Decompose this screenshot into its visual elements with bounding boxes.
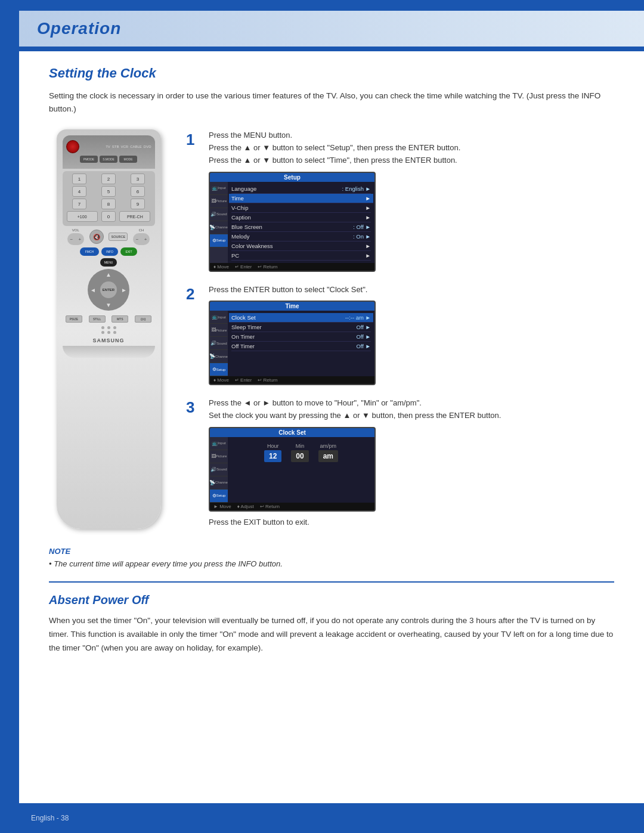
clock-min-value: 00 bbox=[291, 450, 308, 462]
remote-control: TV STB VCR CABLE DVD PMODE S.MODE MODE bbox=[57, 129, 161, 529]
remote-exit-btn[interactable]: EXIT bbox=[120, 247, 137, 256]
remote-numpad-row-4: +100 0 PRE-CH bbox=[65, 211, 153, 222]
clock-hour-value: 12 bbox=[264, 450, 281, 462]
remote-base bbox=[63, 346, 155, 358]
step-3-number: 3 bbox=[186, 400, 200, 415]
remote-btn-3[interactable]: 3 bbox=[131, 174, 145, 184]
note-section: NOTE • The current time will appear ever… bbox=[49, 547, 614, 570]
remote-fav-ch-btn[interactable]: FMCH bbox=[80, 247, 99, 256]
remote-btn-prech[interactable]: PRE-CH bbox=[119, 211, 150, 222]
remote-top-section: TV STB VCR CABLE DVD PMODE S.MODE MODE bbox=[63, 135, 155, 169]
remote-vol-rocker[interactable]: − + bbox=[67, 233, 84, 245]
remote-func-row-2: MENU bbox=[100, 258, 117, 267]
clockset-footer-adjust: ♦ Adjust bbox=[237, 504, 254, 509]
remote-dvd-label: DVD bbox=[144, 145, 151, 148]
step-1-text: Press the MENU button. Press the ▲ or ▼ … bbox=[209, 129, 614, 166]
remote-bottom-btns: PSIZE STILL MTS ((•)) bbox=[63, 315, 155, 323]
remote-pmode-btn[interactable]: PMODE bbox=[80, 156, 98, 163]
remote-func-row-1: FMCH INFO EXIT bbox=[80, 247, 137, 256]
remote-numpad: 1 2 3 4 5 6 7 8 9 bbox=[63, 171, 155, 226]
step-3-content: Press the ◄ or ► button to move to "Hour… bbox=[209, 397, 614, 528]
remote-dpad-down[interactable]: ▼ bbox=[106, 302, 112, 308]
remote-smode-btn[interactable]: S.MODE bbox=[100, 156, 117, 163]
setup-icons: 📺 Input 🖼 Picture 🔊 Sound 📡 Channel ⚙ Se… bbox=[210, 182, 228, 263]
remote-btn-9[interactable]: 9 bbox=[131, 199, 145, 209]
remote-power-button[interactable] bbox=[66, 140, 79, 153]
remote-dpad-circle: ▲ ▼ ◄ ► ENTER bbox=[88, 269, 129, 311]
setup-item-pc: PC► bbox=[231, 251, 371, 261]
remote-menu-btn[interactable]: MENU bbox=[100, 258, 117, 267]
bottom-bar: English - 38 bbox=[19, 803, 644, 833]
page-title: Operation bbox=[37, 19, 121, 38]
setup-footer-move: ♦ Move bbox=[213, 264, 229, 270]
remote-ch-rocker[interactable]: − + bbox=[133, 233, 150, 245]
absent-power-off-section: Absent Power Off When you set the timer … bbox=[49, 593, 614, 655]
remote-dot bbox=[107, 331, 110, 334]
remote-btn-plus100[interactable]: +100 bbox=[67, 211, 98, 222]
time-icons: 📺 Input 🖼 Picture 🔊 Sound 📡 Channel ⚙ Se… bbox=[210, 311, 228, 376]
remote-btn-7[interactable]: 7 bbox=[72, 199, 86, 209]
remote-still-btn[interactable]: STILL bbox=[89, 315, 106, 323]
clockset-icon-sound: 🔊 Sound bbox=[210, 463, 228, 476]
remote-numpad-row-2: 4 5 6 bbox=[65, 186, 153, 197]
remote-info-btn[interactable]: INFO bbox=[101, 247, 118, 256]
setup-item-melody: Melody: On ► bbox=[231, 232, 371, 241]
remote-btn-4[interactable]: 4 bbox=[72, 186, 86, 197]
remote-mts-btn[interactable]: MTS bbox=[112, 315, 128, 323]
remote-numpad-row-3: 7 8 9 bbox=[65, 199, 153, 209]
remote-nav-area: FMCH INFO EXIT MENU ▲ ▼ ◄ ► bbox=[63, 247, 155, 313]
remote-dpad-up[interactable]: ▲ bbox=[106, 271, 112, 278]
remote-srs-btn[interactable]: ((•)) bbox=[135, 315, 151, 323]
remote-dot bbox=[101, 326, 104, 329]
time-item-clockset: Clock Set--:-- am ► bbox=[229, 313, 373, 323]
time-footer-enter: ↵ Enter bbox=[235, 377, 252, 383]
remote-btn-5[interactable]: 5 bbox=[101, 186, 116, 197]
operation-header: Operation bbox=[19, 11, 644, 47]
time-footer-return: ↩ Return bbox=[258, 377, 277, 383]
time-item-sleep: Sleep TimerOff ► bbox=[231, 323, 371, 332]
tv-screen-time: Time 📺 Input 🖼 Picture 🔊 Sound 📡 Channel… bbox=[209, 301, 376, 385]
setup-footer-enter: ↵ Enter bbox=[235, 264, 252, 270]
remote-psize-btn[interactable]: PSIZE bbox=[66, 315, 82, 323]
step-1-row: 1 Press the MENU button. Press the ▲ or … bbox=[186, 129, 614, 271]
step-3-row: 3 Press the ◄ or ► button to move to "Ho… bbox=[186, 397, 614, 528]
main-body: Setting the Clock Setting the clock is n… bbox=[19, 66, 644, 673]
setup-item-colorweakness: Color Weakness► bbox=[231, 241, 371, 251]
clock-hour-label: Hour bbox=[267, 443, 279, 449]
remote-btn-2[interactable]: 2 bbox=[101, 174, 116, 184]
remote-btn-8[interactable]: 8 bbox=[101, 199, 116, 209]
time-item-ontimer: On TimerOff ► bbox=[231, 332, 371, 342]
time-icon-input: 📺 Input bbox=[210, 311, 228, 324]
remote-enter-btn[interactable]: ENTER bbox=[100, 281, 117, 298]
step-1-content: Press the MENU button. Press the ▲ or ▼ … bbox=[209, 129, 614, 271]
clock-min-col: Min 00 bbox=[291, 443, 308, 462]
remote-vcr-label: VCR bbox=[120, 145, 128, 148]
left-accent-bar bbox=[0, 0, 19, 833]
remote-dot bbox=[113, 326, 116, 329]
setup-item-caption: Caption► bbox=[231, 213, 371, 222]
clockset-icons: 📺 Input 🖼 Picture 🔊 Sound 📡 Channel ⚙ Se… bbox=[210, 437, 228, 503]
clockset-footer-move: ► Move bbox=[213, 504, 231, 509]
setup-item-vchip: V-Chip► bbox=[231, 203, 371, 213]
tv-screen-setup: Setup 📺 Input 🖼 Picture 🔊 Sound 📡 Channe… bbox=[209, 172, 376, 272]
absent-power-off-title: Absent Power Off bbox=[49, 593, 614, 607]
remote-vol-label: VOL bbox=[72, 228, 79, 232]
time-menu-content: Clock Set--:-- am ► Sleep TimerOff ► On … bbox=[228, 311, 374, 376]
clockset-icon-channel: 📡 Channel bbox=[210, 476, 228, 490]
remote-mode-btn[interactable]: MODE bbox=[119, 156, 137, 163]
setup-titlebar: Setup bbox=[210, 173, 374, 182]
setting-clock-title: Setting the Clock bbox=[49, 66, 614, 81]
remote-dpad-left[interactable]: ◄ bbox=[90, 287, 96, 293]
remote-mute-btn[interactable]: 🔇 bbox=[89, 230, 104, 244]
remote-dpad-right[interactable]: ► bbox=[121, 287, 127, 293]
clockset-icon-setup: ⚙ Setup bbox=[210, 490, 228, 503]
step-2-content: Press the ENTER button to select "Clock … bbox=[209, 284, 614, 386]
remote-btn-1[interactable]: 1 bbox=[72, 174, 86, 184]
remote-btn-0[interactable]: 0 bbox=[101, 211, 116, 222]
remote-tv-label: TV bbox=[106, 145, 110, 148]
setup-item-bluescreen: Blue Screen: Off ► bbox=[231, 222, 371, 232]
steps-area: 1 Press the MENU button. Press the ▲ or … bbox=[186, 129, 614, 529]
remote-btn-6[interactable]: 6 bbox=[131, 186, 145, 197]
remote-source-btn[interactable]: SOURCE bbox=[109, 233, 128, 241]
remote-numpad-row-1: 1 2 3 bbox=[65, 174, 153, 184]
